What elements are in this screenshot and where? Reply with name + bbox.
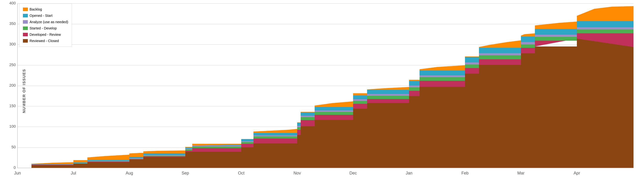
svg-text:Aug: Aug [126,171,133,175]
svg-text:Jan: Jan [406,171,412,175]
legend-item-started: Started - Develop [23,25,68,31]
legend-label-reviewed: Reviewed - Closed [30,38,59,44]
svg-text:300: 300 [9,42,16,46]
legend-color-developed [23,33,28,36]
svg-text:Oct: Oct [238,171,244,175]
chart-svg: 400 350 300 250 200 150 100 50 0 [18,4,634,168]
svg-text:100: 100 [9,124,16,129]
legend-color-reviewed [23,39,28,43]
area-reviewed-closed [18,39,634,168]
legend-label-started: Started - Develop [30,25,57,31]
legend-color-backlog [23,8,28,11]
legend-item-backlog: Backlog [23,6,68,13]
legend-label-developed: Developed - Review [30,31,61,38]
legend-color-started [23,27,28,30]
chart-container: NUMBER OF ISSUES Backlog Opened - Start … [0,0,644,182]
legend: Backlog Opened - Start Analyze (use as n… [19,4,72,47]
svg-text:Apr: Apr [574,171,580,175]
chart-area: 400 350 300 250 200 150 100 50 0 [18,4,634,168]
svg-text:400: 400 [9,1,16,5]
legend-item-reviewed: Reviewed - Closed [23,38,68,44]
svg-text:50: 50 [12,145,16,149]
svg-text:Jun: Jun [14,171,21,175]
svg-text:200: 200 [9,83,16,87]
legend-item-opened: Opened - Start [23,13,68,19]
legend-item-analyze: Analyze (use as needed) [23,19,68,25]
svg-text:Jul: Jul [71,171,76,175]
legend-label-opened: Opened - Start [30,13,52,19]
svg-text:150: 150 [9,104,16,108]
legend-color-analyze [23,20,28,24]
svg-text:0: 0 [14,165,16,170]
svg-text:250: 250 [9,63,16,67]
svg-text:350: 350 [9,21,16,26]
legend-item-developed: Developed - Review [23,31,68,38]
svg-text:Dec: Dec [350,171,357,175]
svg-text:Mar: Mar [517,171,524,175]
legend-color-opened [23,14,28,17]
svg-text:Sep: Sep [182,171,189,175]
legend-label-backlog: Backlog [30,6,42,13]
svg-text:Nov: Nov [294,171,301,175]
legend-label-analyze: Analyze (use as needed) [30,19,68,25]
svg-text:Feb: Feb [461,171,468,175]
